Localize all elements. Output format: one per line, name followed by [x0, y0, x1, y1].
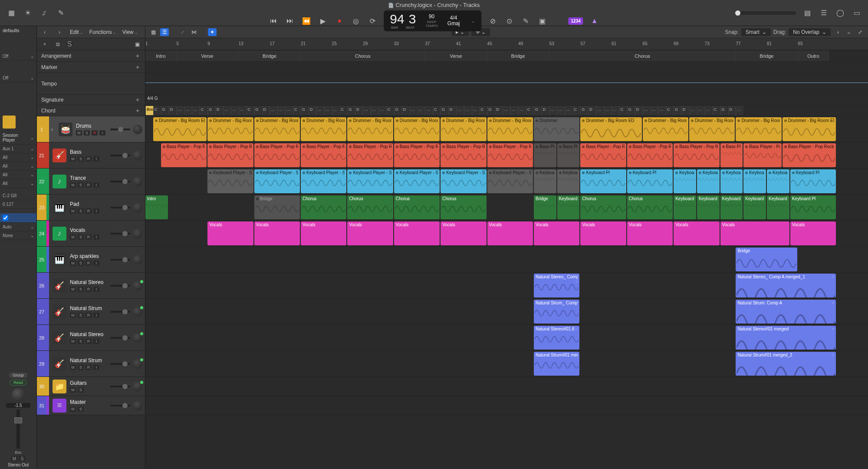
region[interactable]: Keyboard Pl: [697, 169, 720, 193]
region[interactable]: Bass Player - Pop Rock: [301, 143, 346, 167]
loops-icon[interactable]: ◯: [835, 8, 845, 18]
pan-knob[interactable]: [12, 388, 25, 401]
input-monitor-button[interactable]: I: [93, 313, 99, 318]
region[interactable]: Bass Player - Pop Rock: [580, 143, 626, 167]
region[interactable]: Bridge: [254, 195, 300, 219]
region[interactable]: Drummer - Big Room ED: [347, 117, 393, 141]
region[interactable]: Bass Play: [557, 143, 580, 167]
region[interactable]: Chorus: [301, 195, 346, 219]
track-name[interactable]: Bass: [70, 149, 110, 155]
arrangement-segment[interactable]: Verse: [177, 50, 239, 61]
chord-cell[interactable]: …: [285, 106, 293, 115]
region[interactable]: Keyboard Pl: [743, 169, 766, 193]
pan-knob[interactable]: [133, 203, 142, 212]
volume-slider[interactable]: [110, 405, 130, 406]
mute-button[interactable]: M: [70, 365, 76, 370]
chord-cell[interactable]: C: [526, 106, 534, 115]
catch-playhead-icon[interactable]: ▣: [133, 40, 141, 48]
region[interactable]: Bass Player - Pop Rock: [161, 143, 207, 167]
record-enable-button[interactable]: R: [85, 182, 92, 188]
region[interactable]: Bass Player - Pop Rock: [441, 143, 486, 167]
vertical-zoom-icon[interactable]: ⫠: [845, 28, 853, 36]
chord-cell[interactable]: G: [534, 106, 542, 115]
track-header[interactable]: 31≡MasterMS: [37, 396, 145, 415]
chord-cell[interactable]: …: [177, 106, 184, 115]
zoom-icon[interactable]: ⤢: [856, 28, 865, 36]
region[interactable]: Bridge: [736, 248, 797, 271]
track-instrument-icon[interactable]: 🎹: [53, 201, 66, 215]
track-name[interactable]: Natural Stereo: [70, 279, 110, 285]
chord-cell[interactable]: …: [510, 106, 518, 115]
arrangement-segment[interactable]: Bridge: [239, 50, 301, 61]
pan-knob[interactable]: [133, 307, 142, 317]
chord-cell[interactable]: G: [674, 106, 681, 115]
arrangement-lane[interactable]: IntroVerseBridgeChorusVerseBridgeChorusB…: [145, 50, 868, 62]
region[interactable]: Vocals: [254, 221, 300, 245]
add-track-icon[interactable]: [40, 40, 49, 48]
region[interactable]: Vocals: [674, 221, 719, 245]
solo-button[interactable]: S: [78, 387, 84, 393]
track-header[interactable]: 29🎸Natural StrumMSRI: [37, 351, 145, 377]
track-lane[interactable]: Drummer - Big Room EDDrummer - Big Room …: [145, 116, 868, 142]
track-lane[interactable]: Natural Strum_ Comp A mNatural Strum: Co…: [145, 299, 868, 325]
list-editors-icon[interactable]: ▤: [802, 8, 812, 18]
track-instrument-icon[interactable]: 🎹: [53, 253, 66, 267]
add-marker-icon[interactable]: ＋: [135, 63, 141, 71]
chord-cell[interactable]: …: [324, 106, 332, 115]
track-name[interactable]: Arp sparkles: [70, 253, 110, 259]
chord-cell[interactable]: …: [604, 106, 612, 115]
track-name[interactable]: Natural Stereo: [70, 331, 110, 337]
region[interactable]: Drummer - Big Room ED: [736, 117, 781, 141]
volume-slider[interactable]: [110, 337, 130, 339]
inspector-mute[interactable]: M: [11, 456, 17, 461]
lcd-tempo[interactable]: 90: [429, 14, 434, 20]
input-monitor-button[interactable]: I: [93, 234, 99, 240]
track-header[interactable]: 27🎸Natural StrumMSRI: [37, 299, 145, 325]
chord-lane[interactable]: BmCGD………CGD………CGD………CGD………CGD………CGD………CG…: [145, 105, 868, 116]
region[interactable]: Keyboard Player - Sim C: [487, 169, 533, 193]
lcd-beat[interactable]: 3: [409, 13, 416, 26]
record-enable-button[interactable]: R: [85, 365, 92, 370]
region[interactable]: Bass Player - Pop Rock: [674, 143, 719, 167]
chord-cell[interactable]: …: [464, 106, 472, 115]
marker-row-header[interactable]: Marker＋: [37, 62, 145, 73]
chord-cell[interactable]: D: [542, 106, 549, 115]
low-latency-icon[interactable]: ⊙: [504, 16, 514, 26]
region[interactable]: Vocals: [301, 221, 346, 245]
mute-button[interactable]: M: [70, 339, 76, 344]
inspector-solo[interactable]: S: [19, 456, 25, 461]
track-lane[interactable]: Natural Stereo_ Comp A○Natural Stereo_ C…: [145, 273, 868, 299]
pan-knob[interactable]: [133, 333, 142, 343]
region[interactable]: Keyboard Player - Simple: [207, 169, 253, 193]
edit-menu[interactable]: Edit⌄: [70, 29, 83, 35]
track-header[interactable]: 1›🥁DrumsMSRI: [37, 116, 145, 142]
region[interactable]: Vocals: [207, 221, 253, 245]
mute-button[interactable]: M: [70, 287, 76, 292]
chord-cell[interactable]: G: [441, 106, 448, 115]
chord-row-header[interactable]: Chord＋: [37, 105, 145, 116]
region[interactable]: Chorus: [627, 195, 673, 219]
region[interactable]: Vocals: [627, 221, 673, 245]
chord-cell[interactable]: …: [316, 106, 324, 115]
chord-cell[interactable]: …: [658, 106, 666, 115]
chord-cell[interactable]: D: [635, 106, 643, 115]
region[interactable]: Keyboard Player - Sim C: [394, 169, 440, 193]
arrangement-segment[interactable]: Outro: [798, 50, 829, 61]
region[interactable]: Natural Strum: Comp A○: [736, 300, 836, 324]
region[interactable]: Natural Stereo#01 merged○: [736, 326, 836, 350]
chord-cell[interactable]: C: [619, 106, 627, 115]
go-to-start-icon[interactable]: ⏪: [301, 16, 312, 26]
chord-cell[interactable]: …: [736, 106, 743, 115]
mute-button[interactable]: M: [70, 156, 76, 162]
region[interactable]: Bass Player - Pop Rock: [347, 143, 393, 167]
region[interactable]: Drummer - Big Room ED: [580, 117, 641, 141]
drag-select[interactable]: No Overlap ⌄: [789, 28, 831, 36]
track-lane[interactable]: VocalsVocalsVocalsVocalsVocalsVocalsVoca…: [145, 221, 868, 247]
region[interactable]: Keyboard Pl: [534, 169, 556, 193]
chord-cell[interactable]: G: [580, 106, 588, 115]
solo-button[interactable]: S: [78, 156, 84, 162]
region[interactable]: Natural Strum#01 merged: [534, 352, 579, 376]
signature-row-header[interactable]: Signature＋: [37, 95, 145, 105]
capture-record-icon[interactable]: ◎: [351, 16, 361, 26]
volume-slider[interactable]: [110, 386, 130, 387]
